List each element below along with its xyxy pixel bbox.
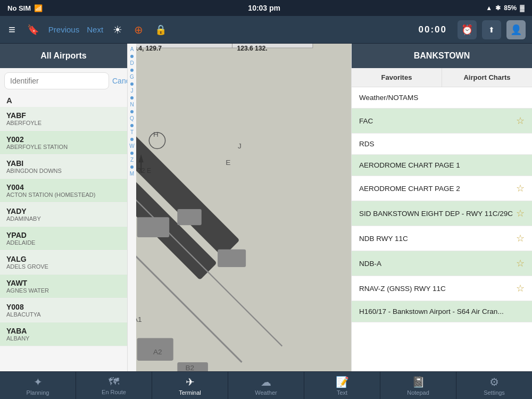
planning-icon: ✦ bbox=[34, 376, 43, 388]
index-dot bbox=[130, 55, 134, 58]
index-dot bbox=[130, 165, 134, 169]
tab-notepad[interactable]: 📓 Notepad bbox=[380, 372, 456, 399]
list-item[interactable]: Weather/NOTAMS bbox=[352, 87, 532, 109]
list-item[interactable]: YALG ADELS GROVE bbox=[0, 251, 127, 275]
chart-spacer bbox=[136, 44, 351, 371]
toolbar-left: ≡ 🔖 Previous Next ☀ ⊕ 🔒 bbox=[6, 21, 411, 39]
index-z[interactable]: Z bbox=[130, 156, 134, 164]
airports-list: A YABF ABERFOYLE Y002 ABERFOYLE STATION … bbox=[0, 94, 127, 371]
status-left: No SIM 📶 bbox=[7, 4, 43, 12]
nav-icon: ▲ bbox=[486, 4, 492, 12]
tab-airport-charts[interactable]: Airport Charts bbox=[442, 68, 532, 87]
list-item[interactable]: Y004 ACTON STATION (HOMESTEAD) bbox=[0, 179, 127, 203]
index-q[interactable]: Q bbox=[130, 115, 134, 122]
dropdown-overlay: All Airports Cancel A YABF ABERFOYLE Y00… bbox=[0, 44, 532, 371]
list-item[interactable]: FAC ☆ bbox=[352, 109, 532, 134]
index-n[interactable]: N bbox=[130, 101, 134, 109]
tab-planning[interactable]: ✦ Planning bbox=[0, 372, 76, 399]
star-icon[interactable]: ☆ bbox=[516, 232, 525, 244]
list-item[interactable]: SID BANKSTOWN EIGHT DEP - RWY 11C/29C ☆ bbox=[352, 201, 532, 226]
section-header-a: A bbox=[0, 94, 127, 107]
star-icon[interactable]: ☆ bbox=[516, 257, 525, 269]
previous-button[interactable]: Previous bbox=[48, 25, 79, 34]
index-dot bbox=[130, 152, 134, 155]
text-icon: 📝 bbox=[336, 376, 349, 388]
status-time: 10:03 pm bbox=[248, 4, 280, 12]
planning-label: Planning bbox=[27, 389, 49, 396]
status-right: ▲ ✱ 85% ▓ bbox=[486, 4, 525, 12]
list-item[interactable]: YABI ABINGDON DOWNS bbox=[0, 155, 127, 179]
lock-button[interactable]: 🔒 bbox=[153, 22, 169, 38]
index-m[interactable]: M bbox=[130, 170, 134, 178]
list-item[interactable]: RNAV-Z (GNSS) RWY 11C ☆ bbox=[352, 276, 532, 301]
airports-search: Cancel bbox=[0, 68, 127, 94]
alarm-button[interactable]: ⏰ bbox=[458, 20, 477, 39]
bluetooth-icon: ✱ bbox=[495, 4, 501, 12]
list-item[interactable]: YABA ALBANY bbox=[0, 322, 127, 346]
menu-button[interactable]: ≡ bbox=[6, 21, 18, 39]
index-d[interactable]: D bbox=[130, 60, 134, 67]
list-item[interactable]: YABF ABERFOYLE bbox=[0, 107, 127, 131]
toolbar: ≡ 🔖 Previous Next ☀ ⊕ 🔒 00:00 ⏰ ⬆︎ 👤 bbox=[0, 16, 532, 44]
export-button[interactable]: ⬆︎ bbox=[482, 20, 501, 39]
tab-terminal[interactable]: ✈ Terminal bbox=[152, 372, 228, 399]
timer-display: 00:00 bbox=[419, 24, 447, 35]
toolbar-right: 00:00 ⏰ ⬆︎ 👤 bbox=[419, 20, 526, 39]
list-item[interactable]: YAWT AGNES WATER bbox=[0, 275, 127, 298]
settings-icon: ⚙ bbox=[489, 376, 499, 388]
index-a[interactable]: A bbox=[130, 46, 134, 53]
tab-settings[interactable]: ⚙ Settings bbox=[456, 372, 532, 399]
search-input[interactable] bbox=[4, 72, 109, 89]
star-icon[interactable]: ☆ bbox=[516, 207, 525, 219]
index-j[interactable]: J bbox=[131, 87, 134, 95]
index-g[interactable]: G bbox=[130, 73, 134, 81]
terminal-icon: ✈ bbox=[186, 376, 195, 388]
en-route-label: En Route bbox=[102, 389, 126, 395]
tab-text[interactable]: 📝 Text bbox=[304, 372, 380, 399]
text-label: Text bbox=[337, 389, 347, 396]
main-area: Georeference Available AD S33 5 25 MAY 2… bbox=[0, 44, 532, 371]
list-item[interactable]: NDB RWY 11C ☆ bbox=[352, 226, 532, 251]
star-icon[interactable]: ☆ bbox=[516, 115, 525, 127]
en-route-icon: 🗺 bbox=[109, 376, 119, 388]
brightness-button[interactable]: ☀ bbox=[111, 21, 124, 38]
wifi-icon: 📶 bbox=[34, 4, 43, 12]
status-bar: No SIM 📶 10:03 pm ▲ ✱ 85% ▓ bbox=[0, 0, 532, 16]
list-item[interactable]: YPAD ADELAIDE bbox=[0, 227, 127, 251]
index-dot bbox=[130, 96, 134, 99]
star-icon[interactable]: ☆ bbox=[516, 182, 525, 194]
bankstown-panel: BANKSTOWN Favorites Airport Charts Weath… bbox=[351, 44, 532, 371]
tab-en-route[interactable]: 🗺 En Route bbox=[76, 372, 152, 399]
index-dot bbox=[130, 110, 134, 113]
list-item[interactable]: Y002 ABERFOYLE STATION bbox=[0, 131, 127, 155]
circle-button[interactable]: ⊕ bbox=[132, 21, 145, 38]
cancel-button[interactable]: Cancel bbox=[112, 72, 128, 89]
bookmark-button[interactable]: 🔖 bbox=[25, 22, 41, 38]
list-item[interactable]: H160/17 - Bankstown Airport - S64 Air Cr… bbox=[352, 301, 532, 322]
bankstown-header: BANKSTOWN bbox=[352, 44, 532, 68]
settings-label: Settings bbox=[484, 389, 505, 396]
list-item[interactable]: NDB-A ☆ bbox=[352, 251, 532, 276]
terminal-label: Terminal bbox=[179, 389, 201, 396]
avatar-button[interactable]: 👤 bbox=[506, 20, 526, 39]
notepad-icon: 📓 bbox=[412, 376, 425, 388]
index-w[interactable]: W bbox=[129, 143, 134, 150]
star-icon[interactable]: ☆ bbox=[516, 282, 525, 294]
bankstown-list: Weather/NOTAMS FAC ☆ RDS AERODROME CHART… bbox=[352, 87, 532, 371]
battery-label: 85% bbox=[504, 4, 517, 12]
carrier-label: No SIM bbox=[7, 4, 31, 12]
list-item[interactable]: RDS bbox=[352, 134, 532, 155]
notepad-label: Notepad bbox=[407, 389, 429, 396]
weather-icon: ☁ bbox=[261, 376, 271, 388]
list-item[interactable]: AERODROME CHART PAGE 2 ☆ bbox=[352, 176, 532, 201]
list-item[interactable]: Y008 ALBACUTYA bbox=[0, 298, 127, 322]
tab-weather[interactable]: ☁ Weather bbox=[228, 372, 304, 399]
list-item[interactable]: AERODROME CHART PAGE 1 bbox=[352, 155, 532, 176]
weather-label: Weather bbox=[255, 389, 277, 396]
index-bar: A D G J N Q T W Z M bbox=[128, 44, 136, 371]
next-button[interactable]: Next bbox=[87, 25, 103, 34]
index-dot bbox=[130, 69, 134, 72]
tab-favorites[interactable]: Favorites bbox=[352, 68, 442, 87]
list-item[interactable]: YADY ADAMINABY bbox=[0, 203, 127, 227]
index-t[interactable]: T bbox=[130, 129, 134, 136]
